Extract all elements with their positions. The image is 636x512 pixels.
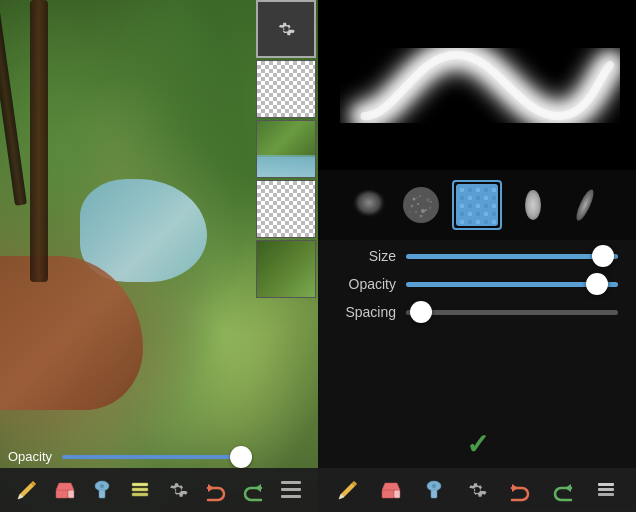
redo-tool-right[interactable] — [547, 474, 579, 506]
svg-marker-12 — [208, 484, 214, 492]
smudge-tool-right[interactable] — [418, 474, 450, 506]
svg-rect-51 — [460, 212, 464, 216]
confirm-area: ✓ — [318, 420, 636, 468]
svg-rect-59 — [484, 220, 488, 224]
brush-oval[interactable] — [512, 184, 554, 226]
svg-rect-14 — [281, 481, 301, 484]
svg-rect-40 — [492, 188, 496, 192]
layer-thumb-settings[interactable] — [256, 0, 316, 58]
pencil-tool-right[interactable] — [332, 474, 364, 506]
svg-marker-13 — [255, 484, 261, 492]
menu-tool[interactable] — [275, 474, 307, 506]
brush-chisel[interactable] — [564, 184, 606, 226]
settings-tool-right[interactable] — [461, 474, 493, 506]
toolbar-right — [318, 468, 636, 512]
svg-rect-74 — [598, 493, 614, 496]
opacity-slider-track-right[interactable] — [406, 282, 618, 287]
svg-point-21 — [426, 198, 430, 202]
svg-point-29 — [409, 211, 411, 213]
layer-thumb-forest2[interactable] — [256, 240, 316, 298]
svg-point-17 — [351, 190, 387, 222]
opacity-slider-row-right: Opacity — [336, 276, 618, 292]
layer-thumb-transparent2[interactable] — [256, 180, 316, 238]
svg-rect-75 — [598, 488, 614, 491]
svg-point-25 — [429, 207, 432, 210]
speckle-brush-icon — [400, 184, 442, 226]
brush-soft-round[interactable] — [348, 184, 390, 226]
opacity-slider-thumb-right[interactable] — [586, 273, 608, 295]
svg-point-34 — [430, 201, 432, 203]
layer-thumb-forest[interactable] — [256, 120, 316, 178]
tree-trunk — [30, 0, 48, 282]
redo-icon — [241, 478, 265, 502]
spacing-slider-track[interactable] — [406, 310, 618, 315]
confirm-button[interactable]: ✓ — [466, 428, 489, 461]
undo-tool[interactable] — [200, 474, 232, 506]
svg-point-28 — [428, 213, 431, 216]
svg-point-30 — [420, 215, 423, 218]
smudge-icon-right — [422, 478, 446, 502]
redo-tool[interactable] — [237, 474, 269, 506]
undo-icon-right — [508, 478, 532, 502]
svg-point-19 — [413, 198, 416, 201]
spacing-slider-thumb[interactable] — [410, 301, 432, 323]
svg-rect-37 — [468, 188, 472, 192]
svg-point-20 — [419, 195, 421, 197]
svg-rect-60 — [492, 220, 496, 224]
pencil-icon-right — [336, 478, 360, 502]
sliders-area: Size Opacity Spacing — [318, 240, 636, 420]
svg-point-26 — [415, 211, 417, 213]
svg-marker-72 — [512, 484, 518, 492]
settings-tool[interactable] — [162, 474, 194, 506]
svg-rect-39 — [484, 188, 488, 192]
brush-speckle[interactable] — [400, 184, 442, 226]
svg-point-62 — [573, 187, 596, 222]
opacity-slider-thumb[interactable] — [230, 446, 252, 468]
svg-rect-3 — [56, 490, 68, 498]
svg-rect-43 — [476, 196, 480, 200]
svg-point-23 — [417, 203, 419, 205]
svg-marker-68 — [382, 483, 400, 490]
brush-texture[interactable] — [452, 180, 502, 230]
svg-marker-5 — [56, 483, 74, 490]
brush-types-row — [318, 170, 636, 240]
svg-point-32 — [425, 209, 427, 211]
eraser-tool[interactable] — [49, 474, 81, 506]
undo-icon — [204, 478, 228, 502]
svg-rect-66 — [382, 490, 394, 498]
layer-tool[interactable] — [124, 474, 156, 506]
svg-point-31 — [416, 197, 418, 199]
layer-tool-right[interactable] — [590, 474, 622, 506]
svg-rect-50 — [492, 204, 496, 208]
svg-rect-16 — [281, 495, 301, 498]
size-slider-track[interactable] — [406, 254, 618, 259]
svg-rect-46 — [460, 204, 464, 208]
opacity-slider-track[interactable] — [62, 455, 248, 459]
size-slider-thumb[interactable] — [592, 245, 614, 267]
gear-icon — [275, 18, 297, 40]
settings-icon-right — [465, 478, 489, 502]
spacing-slider-row: Spacing — [336, 304, 618, 320]
spacing-label: Spacing — [336, 304, 396, 320]
opacity-slider-container: Opacity — [8, 449, 248, 464]
soft-round-brush-icon — [348, 184, 390, 226]
chisel-brush-icon — [564, 184, 606, 226]
smudge-tool[interactable] — [86, 474, 118, 506]
layer-thumb-transparent[interactable] — [256, 60, 316, 118]
svg-rect-45 — [492, 196, 496, 200]
smudge-icon — [90, 478, 114, 502]
svg-rect-15 — [281, 488, 301, 491]
eraser-tool-right[interactable] — [375, 474, 407, 506]
svg-rect-56 — [460, 220, 464, 224]
svg-point-24 — [423, 201, 427, 205]
svg-point-33 — [412, 215, 414, 217]
opacity-label-right: Opacity — [336, 276, 396, 292]
pencil-tool[interactable] — [11, 474, 43, 506]
svg-point-22 — [411, 205, 414, 208]
undo-tool-right[interactable] — [504, 474, 536, 506]
svg-rect-55 — [492, 212, 496, 216]
svg-rect-53 — [476, 212, 480, 216]
layer-icon-right — [594, 478, 618, 502]
svg-rect-11 — [132, 483, 148, 486]
svg-rect-41 — [460, 196, 464, 200]
